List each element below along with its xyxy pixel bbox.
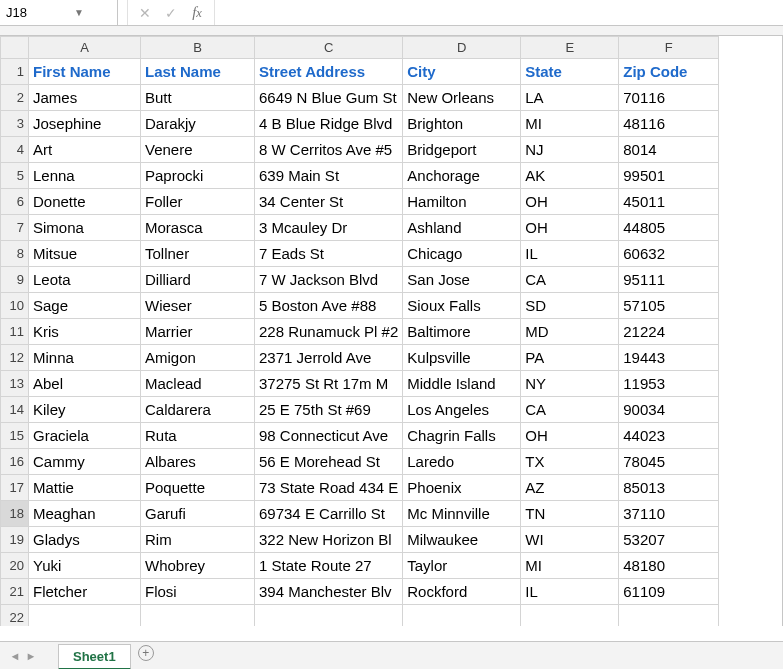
cell[interactable]: 6649 N Blue Gum St: [255, 85, 403, 111]
cell[interactable]: 60632: [619, 241, 719, 267]
cell[interactable]: Dilliard: [141, 267, 255, 293]
row-header[interactable]: 14: [1, 397, 29, 423]
cell[interactable]: [521, 605, 619, 627]
row-header[interactable]: 3: [1, 111, 29, 137]
cell[interactable]: NY: [521, 371, 619, 397]
cell[interactable]: Minna: [29, 345, 141, 371]
row-header[interactable]: 15: [1, 423, 29, 449]
cell[interactable]: 1 State Route 27: [255, 553, 403, 579]
cell[interactable]: 21224: [619, 319, 719, 345]
cell[interactable]: 73 State Road 434 E: [255, 475, 403, 501]
cell[interactable]: 90034: [619, 397, 719, 423]
tab-nav-next-icon[interactable]: ►: [24, 650, 38, 662]
cell[interactable]: 5 Boston Ave #88: [255, 293, 403, 319]
cell[interactable]: Butt: [141, 85, 255, 111]
header-cell[interactable]: Zip Code: [619, 59, 719, 85]
row-header[interactable]: 16: [1, 449, 29, 475]
cell[interactable]: Josephine: [29, 111, 141, 137]
cell[interactable]: 2371 Jerrold Ave: [255, 345, 403, 371]
cell[interactable]: 8 W Cerritos Ave #5: [255, 137, 403, 163]
col-header-E[interactable]: E: [521, 37, 619, 59]
cell[interactable]: Hamilton: [403, 189, 521, 215]
cell[interactable]: Caldarera: [141, 397, 255, 423]
cell[interactable]: 48116: [619, 111, 719, 137]
cell[interactable]: Darakjy: [141, 111, 255, 137]
cell[interactable]: Foller: [141, 189, 255, 215]
cell[interactable]: Gladys: [29, 527, 141, 553]
header-cell[interactable]: Last Name: [141, 59, 255, 85]
cell[interactable]: Ashland: [403, 215, 521, 241]
cell[interactable]: Sage: [29, 293, 141, 319]
cell[interactable]: 394 Manchester Blv: [255, 579, 403, 605]
add-sheet-button[interactable]: +: [135, 645, 157, 667]
cell[interactable]: CA: [521, 267, 619, 293]
cell[interactable]: AZ: [521, 475, 619, 501]
cell[interactable]: Taylor: [403, 553, 521, 579]
cell[interactable]: IL: [521, 579, 619, 605]
cell[interactable]: [141, 605, 255, 627]
tab-nav-prev-icon[interactable]: ◄: [8, 650, 22, 662]
cell[interactable]: 7 W Jackson Blvd: [255, 267, 403, 293]
enter-icon[interactable]: ✓: [158, 5, 184, 21]
cell[interactable]: 8014: [619, 137, 719, 163]
cell[interactable]: 228 Runamuck Pl #2: [255, 319, 403, 345]
cell[interactable]: Donette: [29, 189, 141, 215]
cell[interactable]: 25 E 75th St #69: [255, 397, 403, 423]
cell[interactable]: Kiley: [29, 397, 141, 423]
cell[interactable]: Mitsue: [29, 241, 141, 267]
cell[interactable]: OH: [521, 215, 619, 241]
cell[interactable]: 70116: [619, 85, 719, 111]
cell[interactable]: Rim: [141, 527, 255, 553]
cell[interactable]: WI: [521, 527, 619, 553]
cell[interactable]: Cammy: [29, 449, 141, 475]
col-header-B[interactable]: B: [141, 37, 255, 59]
row-header[interactable]: 11: [1, 319, 29, 345]
cell[interactable]: Yuki: [29, 553, 141, 579]
cell[interactable]: James: [29, 85, 141, 111]
cell[interactable]: 37110: [619, 501, 719, 527]
row-header[interactable]: 22: [1, 605, 29, 627]
col-header-F[interactable]: F: [619, 37, 719, 59]
row-header[interactable]: 18: [1, 501, 29, 527]
cell[interactable]: OH: [521, 189, 619, 215]
cell[interactable]: Brighton: [403, 111, 521, 137]
cell[interactable]: OH: [521, 423, 619, 449]
cell[interactable]: 4 B Blue Ridge Blvd: [255, 111, 403, 137]
cell[interactable]: Paprocki: [141, 163, 255, 189]
cell[interactable]: 322 New Horizon Bl: [255, 527, 403, 553]
cell[interactable]: Phoenix: [403, 475, 521, 501]
cell[interactable]: 37275 St Rt 17m M: [255, 371, 403, 397]
cell[interactable]: [619, 605, 719, 627]
cell[interactable]: Maclead: [141, 371, 255, 397]
cell[interactable]: Fletcher: [29, 579, 141, 605]
col-header-C[interactable]: C: [255, 37, 403, 59]
cell[interactable]: 57105: [619, 293, 719, 319]
row-header[interactable]: 1: [1, 59, 29, 85]
cell[interactable]: 48180: [619, 553, 719, 579]
cell[interactable]: Rockford: [403, 579, 521, 605]
row-header[interactable]: 19: [1, 527, 29, 553]
cell[interactable]: 44023: [619, 423, 719, 449]
formula-input[interactable]: [214, 0, 783, 25]
cell[interactable]: Amigon: [141, 345, 255, 371]
col-header-D[interactable]: D: [403, 37, 521, 59]
select-all-corner[interactable]: [1, 37, 29, 59]
row-header[interactable]: 7: [1, 215, 29, 241]
row-header[interactable]: 10: [1, 293, 29, 319]
cell[interactable]: Laredo: [403, 449, 521, 475]
row-header[interactable]: 5: [1, 163, 29, 189]
cell[interactable]: Anchorage: [403, 163, 521, 189]
cell[interactable]: PA: [521, 345, 619, 371]
cell[interactable]: Venere: [141, 137, 255, 163]
row-header[interactable]: 12: [1, 345, 29, 371]
cell[interactable]: [29, 605, 141, 627]
cell[interactable]: Leota: [29, 267, 141, 293]
cell[interactable]: 7 Eads St: [255, 241, 403, 267]
cell[interactable]: Ruta: [141, 423, 255, 449]
cell[interactable]: Art: [29, 137, 141, 163]
sheet-tab-active[interactable]: Sheet1: [58, 644, 131, 670]
cell[interactable]: 11953: [619, 371, 719, 397]
cell[interactable]: 85013: [619, 475, 719, 501]
header-cell[interactable]: Street Address: [255, 59, 403, 85]
cell[interactable]: 44805: [619, 215, 719, 241]
